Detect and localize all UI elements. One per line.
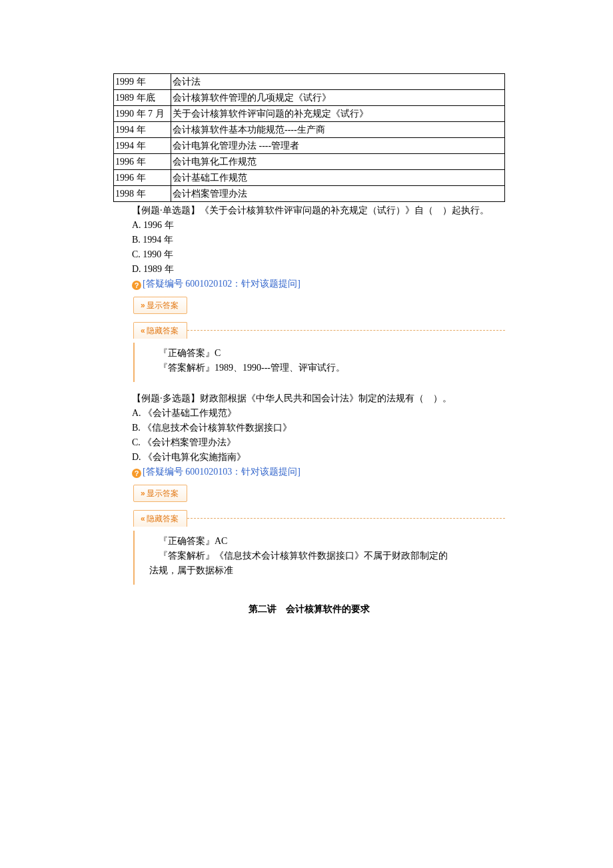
cell-year: 1999 年 bbox=[114, 74, 171, 90]
show-answer-button[interactable]: »显示答案 bbox=[133, 297, 187, 314]
table-row: 1989 年底 会计核算软件管理的几项规定《试行》 bbox=[114, 90, 505, 106]
option-a: A. 1996 年 bbox=[132, 218, 505, 232]
cell-year: 1990 年 7 月 bbox=[114, 106, 171, 122]
show-answer-label: 显示答案 bbox=[147, 301, 179, 310]
cell-year: 1998 年 bbox=[114, 186, 171, 202]
cell-desc: 会计基础工作规范 bbox=[171, 170, 505, 186]
cell-year: 1996 年 bbox=[114, 170, 171, 186]
answer-box: 『正确答案』C 『答案解析』1989、1990---管理、评审试行。 bbox=[133, 343, 505, 382]
chevron-right-icon: » bbox=[141, 489, 144, 498]
table-row: 1996 年 会计基础工作规范 bbox=[114, 170, 505, 186]
option-a: A. 《会计基础工作规范》 bbox=[132, 406, 505, 420]
chevron-left-icon: « bbox=[141, 326, 144, 335]
hide-answer-label: 隐藏答案 bbox=[147, 514, 179, 523]
feedback-link[interactable]: [答疑编号 6001020103：针对该题提问] bbox=[143, 467, 301, 477]
answer-box: 『正确答案』AC 『答案解析』《信息技术会计核算软件数据接口》不属于财政部制定的… bbox=[133, 531, 505, 585]
divider bbox=[187, 330, 505, 331]
answer-analysis: 『答案解析』1989、1990---管理、评审试行。 bbox=[140, 361, 500, 375]
chevron-right-icon: » bbox=[141, 301, 144, 310]
table-row: 1994 年 会计电算化管理办法 ----管理者 bbox=[114, 138, 505, 154]
cell-desc: 会计电算化工作规范 bbox=[171, 154, 505, 170]
question-stem: 【例题·多选题】财政部根据《中华人民共和国会计法》制定的法规有（ ）。 bbox=[113, 391, 505, 405]
cell-desc: 会计核算软件基本功能规范----生产商 bbox=[171, 122, 505, 138]
section-title: 第二讲 会计核算软件的要求 bbox=[113, 602, 505, 616]
question-2: 【例题·多选题】财政部根据《中华人民共和国会计法》制定的法规有（ ）。 A. 《… bbox=[113, 391, 505, 585]
cell-year: 1996 年 bbox=[114, 154, 171, 170]
correct-answer: 『正确答案』C bbox=[140, 346, 500, 360]
chevron-left-icon: « bbox=[141, 514, 144, 523]
option-b: B. 1994 年 bbox=[132, 233, 505, 247]
cell-year: 1994 年 bbox=[114, 138, 171, 154]
table-row: 1999 年 会计法 bbox=[114, 74, 505, 90]
cell-desc: 会计核算软件管理的几项规定《试行》 bbox=[171, 90, 505, 106]
cell-year: 1989 年底 bbox=[114, 90, 171, 106]
hide-answer-button[interactable]: «隐藏答案 bbox=[133, 510, 187, 527]
option-d: D. 《会计电算化实施指南》 bbox=[132, 450, 505, 464]
table-row: 1990 年 7 月 关于会计核算软件评审问题的补充规定《试行》 bbox=[114, 106, 505, 122]
cell-desc: 会计档案管理办法 bbox=[171, 186, 505, 202]
answer-analysis: 『答案解析』《信息技术会计核算软件数据接口》不属于财政部制定的 bbox=[140, 549, 500, 563]
table-row: 1998 年 会计档案管理办法 bbox=[114, 186, 505, 202]
table-row: 1994 年 会计核算软件基本功能规范----生产商 bbox=[114, 122, 505, 138]
show-answer-label: 显示答案 bbox=[147, 489, 179, 498]
option-d: D. 1989 年 bbox=[132, 262, 505, 276]
question-stem: 【例题·单选题】《关于会计核算软件评审问题的补充规定（试行）》自（ ）起执行。 bbox=[113, 203, 505, 217]
hide-answer-label: 隐藏答案 bbox=[147, 326, 179, 335]
cell-desc: 会计法 bbox=[171, 74, 505, 90]
answer-analysis: 法规，属于数据标准 bbox=[149, 563, 500, 577]
show-answer-button[interactable]: »显示答案 bbox=[133, 485, 187, 502]
option-c: C. 《会计档案管理办法》 bbox=[132, 435, 505, 449]
option-c: C. 1990 年 bbox=[132, 247, 505, 261]
question-icon: ? bbox=[132, 469, 141, 478]
option-b: B. 《信息技术会计核算软件数据接口》 bbox=[132, 421, 505, 435]
correct-answer: 『正确答案』AC bbox=[140, 534, 500, 548]
divider bbox=[187, 518, 505, 519]
cell-year: 1994 年 bbox=[114, 122, 171, 138]
cell-desc: 关于会计核算软件评审问题的补充规定《试行》 bbox=[171, 106, 505, 122]
question-1: 【例题·单选题】《关于会计核算软件评审问题的补充规定（试行）》自（ ）起执行。 … bbox=[113, 203, 505, 382]
hide-answer-button[interactable]: «隐藏答案 bbox=[133, 322, 187, 339]
cell-desc: 会计电算化管理办法 ----管理者 bbox=[171, 138, 505, 154]
feedback-link[interactable]: [答疑编号 6001020102：针对该题提问] bbox=[143, 279, 301, 289]
question-icon: ? bbox=[132, 281, 141, 290]
table-row: 1996 年 会计电算化工作规范 bbox=[114, 154, 505, 170]
regulations-table: 1999 年 会计法 1989 年底 会计核算软件管理的几项规定《试行》 199… bbox=[113, 73, 505, 202]
